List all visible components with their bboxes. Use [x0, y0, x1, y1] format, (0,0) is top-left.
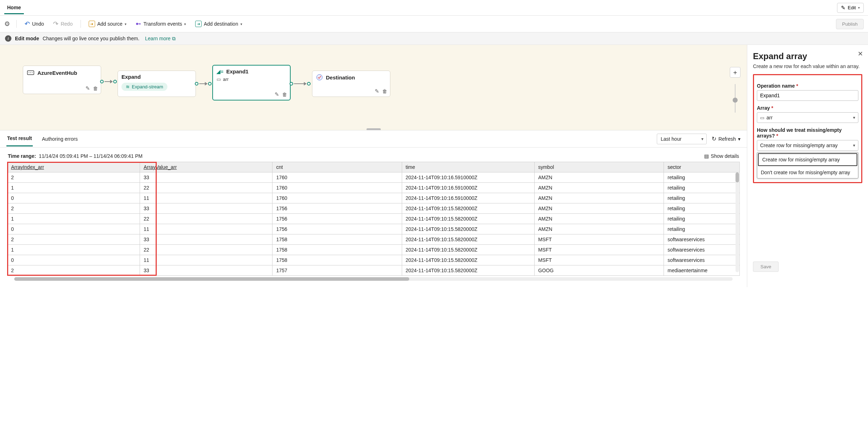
settings-gear-icon[interactable]	[4, 20, 10, 28]
panel-subtitle: Create a new row for each value within a…	[753, 63, 862, 69]
table-row[interactable]: 23317572024-11-14T09:10:15.5820000ZGOOGm…	[7, 265, 740, 276]
table-cell: 0	[7, 224, 140, 234]
node-expand[interactable]: Expand Expand-stream	[118, 71, 196, 97]
refresh-button[interactable]: Refresh ▾	[712, 135, 740, 142]
save-button[interactable]: Save	[753, 262, 779, 272]
table-row[interactable]: 01117582024-11-14T09:10:15.5820000ZMSFTs…	[7, 255, 740, 265]
edit-node-icon[interactable]	[85, 85, 90, 92]
add-source-icon	[89, 21, 95, 27]
table-cell: AMZN	[534, 183, 664, 193]
column-header[interactable]: sector	[664, 162, 740, 172]
operation-name-input[interactable]	[757, 90, 858, 101]
edit-node-icon[interactable]	[375, 88, 379, 94]
learn-more-link[interactable]: Learn more ⧉	[145, 36, 175, 42]
pipeline-canvas[interactable]: AzureEventHub Expand Expand-stream	[0, 45, 747, 130]
dropdown-option[interactable]: Create row for missing/empty array	[758, 153, 857, 166]
show-details-link[interactable]: Show details	[704, 153, 739, 159]
delete-node-icon[interactable]	[93, 85, 98, 92]
table-row[interactable]: 23317562024-11-14T09:10:15.5820000ZAMZNr…	[7, 203, 740, 214]
results-grid-wrap: ArrayIndex_arrArrayValue_arrcnttimesymbo…	[7, 162, 740, 276]
column-header[interactable]: ArrayValue_arr	[140, 162, 272, 172]
vertical-scrollbar-thumb[interactable]	[736, 172, 739, 182]
add-source-button[interactable]: Add source ▾	[87, 19, 128, 29]
table-cell: 1758	[272, 245, 402, 255]
edit-node-icon[interactable]	[275, 91, 279, 98]
cmd-label: Transform events	[144, 21, 182, 27]
results-grid[interactable]: ArrayIndex_arrArrayValue_arrcnttimesymbo…	[7, 162, 740, 276]
timerange-dropdown[interactable]: Last hour	[657, 134, 707, 144]
time-range-value: 11/14/24 05:09:41 PM – 11/14/24 06:09:41…	[39, 153, 142, 159]
table-row[interactable]: 23317582024-11-14T09:10:15.5820000ZMSFTs…	[7, 234, 740, 245]
delete-node-icon[interactable]	[282, 91, 287, 98]
table-cell: 2024-11-14T09:10:15.5820000Z	[402, 203, 534, 214]
cmd-label: Add source	[97, 21, 123, 27]
port-in[interactable]	[307, 82, 311, 86]
edit-button[interactable]: Edit ▾	[837, 3, 864, 13]
node-chip[interactable]: Expand-stream	[121, 83, 167, 91]
port-in[interactable]	[113, 80, 117, 83]
dropdown-option[interactable]: Don't create row for missing/empty array	[757, 167, 858, 178]
table-row[interactable]: 12217562024-11-14T09:10:15.5820000ZAMZNr…	[7, 214, 740, 224]
table-cell: retailing	[664, 224, 740, 234]
table-cell: 1756	[272, 214, 402, 224]
port-out[interactable]	[290, 82, 293, 86]
publish-button[interactable]: Publish	[836, 19, 864, 29]
delete-node-icon[interactable]	[382, 88, 387, 94]
table-cell: retailing	[664, 172, 740, 183]
node-title: AzureEventHub	[37, 70, 77, 76]
undo-button[interactable]: Undo	[23, 19, 45, 29]
node-destination[interactable]: Destination	[312, 71, 390, 97]
node-title: Destination	[326, 74, 355, 81]
table-cell: 2	[7, 234, 140, 245]
tab-authoring-errors[interactable]: Authoring errors	[41, 132, 78, 146]
node-expand1[interactable]: ◢≡ Expand1 arr	[212, 65, 291, 100]
add-node-button[interactable]: ＋	[730, 67, 740, 78]
port-in[interactable]	[208, 82, 212, 86]
svg-point-3	[30, 72, 31, 73]
vertical-scrollbar[interactable]	[736, 172, 739, 272]
redo-button[interactable]: Redo	[52, 19, 74, 29]
tab-home[interactable]: Home	[4, 1, 24, 14]
table-cell: 2024-11-14T09:10:16.5910000Z	[402, 193, 534, 203]
label-text: Array	[757, 105, 770, 111]
app-tabbar: Home Edit ▾	[0, 0, 868, 16]
transform-events-button[interactable]: Transform events ▾	[134, 20, 187, 28]
array-select[interactable]: arr	[757, 112, 858, 123]
node-title: Expand1	[226, 68, 249, 74]
port-out[interactable]	[100, 80, 104, 83]
horizontal-scrollbar-thumb[interactable]	[14, 277, 409, 281]
column-header[interactable]: cnt	[272, 162, 402, 172]
add-destination-button[interactable]: Add destination ▾	[194, 19, 244, 29]
table-cell: 1758	[272, 234, 402, 245]
table-row[interactable]: 01117602024-11-14T09:10:16.5910000ZAMZNr…	[7, 193, 740, 203]
table-cell: 1	[7, 214, 140, 224]
table-row[interactable]: 23317602024-11-14T09:10:16.5910000ZAMZNr…	[7, 172, 740, 183]
missing-select[interactable]: Create row for missing/empty array	[757, 140, 858, 151]
destination-icon	[316, 74, 323, 81]
tab-test-result[interactable]: Test result	[6, 131, 33, 146]
table-cell: 2	[7, 265, 140, 276]
panel-resize-handle[interactable]	[367, 128, 381, 130]
table-row[interactable]: 01117562024-11-14T09:10:15.5820000ZAMZNr…	[7, 224, 740, 234]
table-cell: GOOG	[534, 265, 664, 276]
chevron-down-icon: ▾	[240, 22, 242, 26]
table-row[interactable]: 12217582024-11-14T09:10:15.5820000ZMSFTs…	[7, 245, 740, 255]
refresh-label: Refresh	[718, 136, 736, 142]
zoom-slider-thumb[interactable]	[733, 98, 738, 103]
cmd-label: Redo	[61, 21, 72, 27]
close-panel-button[interactable]: ✕	[858, 50, 863, 58]
table-cell: 22	[140, 245, 272, 255]
table-row[interactable]: 12217602024-11-14T09:10:16.5910000ZAMZNr…	[7, 183, 740, 193]
column-header[interactable]: ArrayIndex_arr	[7, 162, 140, 172]
column-header[interactable]: symbol	[534, 162, 664, 172]
table-cell: softwareservices	[664, 234, 740, 245]
table-cell: 2024-11-14T09:10:15.5820000Z	[402, 234, 534, 245]
info-icon: i	[5, 35, 11, 42]
horizontal-scrollbar[interactable]	[14, 277, 733, 281]
column-header[interactable]: time	[402, 162, 534, 172]
chevron-down-icon: ▾	[738, 136, 740, 142]
arrow-icon	[110, 80, 113, 83]
port-out[interactable]	[195, 82, 198, 86]
node-source[interactable]: AzureEventHub	[23, 66, 101, 94]
cmd-label: Add destination	[204, 21, 238, 27]
